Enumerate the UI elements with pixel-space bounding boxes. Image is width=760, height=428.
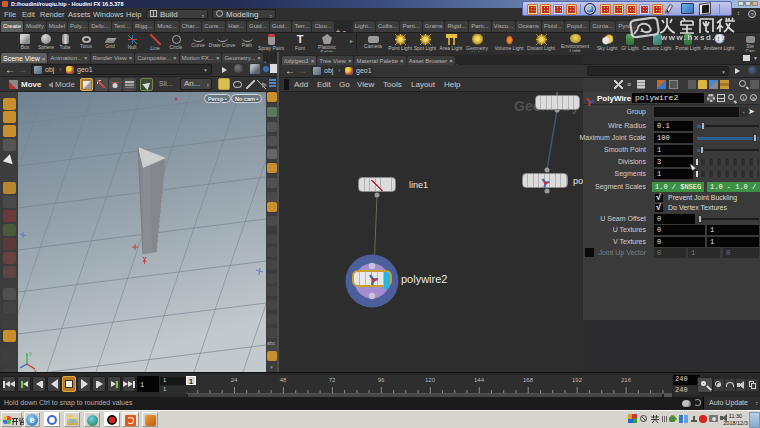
svg-text:y: y [29, 350, 32, 356]
